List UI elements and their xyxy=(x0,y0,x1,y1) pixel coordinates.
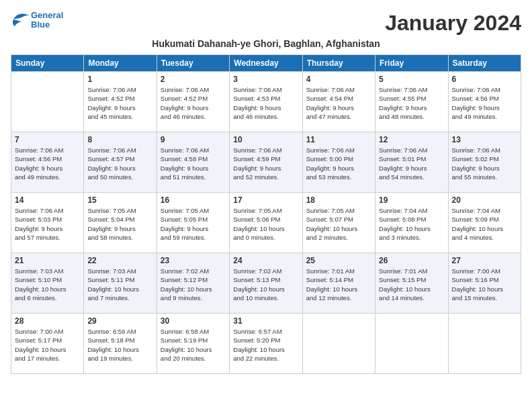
subtitle: Hukumati Dahanah-ye Ghori, Baghlan, Afgh… xyxy=(11,38,521,49)
month-title: January 2024 xyxy=(385,11,521,36)
calendar-cell: 20Sunrise: 7:04 AMSunset: 5:09 PMDayligh… xyxy=(448,193,521,253)
title-block: January 2024 xyxy=(385,11,521,36)
calendar-cell: 24Sunrise: 7:02 AMSunset: 5:13 PMDayligh… xyxy=(230,253,302,314)
day-number: 15 xyxy=(87,195,152,205)
day-info: Sunrise: 7:06 AMSunset: 4:55 PMDaylight:… xyxy=(379,85,444,121)
day-number: 1 xyxy=(87,75,152,84)
day-info: Sunrise: 7:06 AMSunset: 4:57 PMDaylight:… xyxy=(87,146,152,181)
day-info: Sunrise: 7:06 AMSunset: 5:03 PMDaylight:… xyxy=(15,206,80,242)
day-info: Sunrise: 7:05 AMSunset: 5:04 PMDaylight:… xyxy=(87,206,152,242)
calendar-cell: 31Sunrise: 6:57 AMSunset: 5:20 PMDayligh… xyxy=(230,314,302,374)
calendar-cell: 8Sunrise: 7:06 AMSunset: 4:57 PMDaylight… xyxy=(84,132,157,193)
day-number: 3 xyxy=(233,75,298,84)
day-info: Sunrise: 7:04 AMSunset: 5:09 PMDaylight:… xyxy=(452,206,517,242)
calendar-cell: 1Sunrise: 7:06 AMSunset: 4:52 PMDaylight… xyxy=(84,72,157,132)
day-info: Sunrise: 7:06 AMSunset: 5:01 PMDaylight:… xyxy=(379,146,444,181)
logo-text: General Blue xyxy=(31,11,63,30)
day-number: 10 xyxy=(233,135,298,144)
weekday-header: Monday xyxy=(84,55,157,72)
calendar-cell: 13Sunrise: 7:06 AMSunset: 5:02 PMDayligh… xyxy=(448,132,521,193)
calendar-week-row: 7Sunrise: 7:06 AMSunset: 4:56 PMDaylight… xyxy=(11,132,521,193)
weekday-header: Saturday xyxy=(448,55,521,72)
day-number: 8 xyxy=(87,135,152,144)
calendar-cell: 28Sunrise: 7:00 AMSunset: 5:17 PMDayligh… xyxy=(11,314,84,374)
page-header: General Blue January 2024 xyxy=(11,11,521,36)
day-info: Sunrise: 7:06 AMSunset: 4:56 PMDaylight:… xyxy=(452,85,517,121)
calendar-cell: 21Sunrise: 7:03 AMSunset: 5:10 PMDayligh… xyxy=(11,253,84,314)
weekday-header-row: SundayMondayTuesdayWednesdayThursdayFrid… xyxy=(11,55,521,72)
calendar-week-row: 1Sunrise: 7:06 AMSunset: 4:52 PMDaylight… xyxy=(11,72,521,132)
day-number: 5 xyxy=(379,75,444,84)
day-number: 31 xyxy=(233,316,298,326)
calendar-week-row: 14Sunrise: 7:06 AMSunset: 5:03 PMDayligh… xyxy=(11,193,521,253)
weekday-header: Wednesday xyxy=(230,55,302,72)
logo: General Blue xyxy=(11,11,63,30)
day-info: Sunrise: 7:05 AMSunset: 5:06 PMDaylight:… xyxy=(233,206,298,242)
calendar-week-row: 28Sunrise: 7:00 AMSunset: 5:17 PMDayligh… xyxy=(11,314,521,374)
calendar-week-row: 21Sunrise: 7:03 AMSunset: 5:10 PMDayligh… xyxy=(11,253,521,314)
calendar-cell: 5Sunrise: 7:06 AMSunset: 4:55 PMDaylight… xyxy=(375,72,448,132)
day-number: 11 xyxy=(306,135,371,144)
day-number: 9 xyxy=(161,135,226,144)
day-number: 14 xyxy=(15,195,80,205)
calendar-cell: 11Sunrise: 7:06 AMSunset: 5:00 PMDayligh… xyxy=(302,132,375,193)
calendar-cell xyxy=(375,314,448,374)
day-info: Sunrise: 7:00 AMSunset: 5:16 PMDaylight:… xyxy=(452,267,517,302)
day-number: 21 xyxy=(15,256,80,265)
weekday-header: Sunday xyxy=(11,55,84,72)
day-number: 23 xyxy=(161,256,226,265)
day-info: Sunrise: 7:01 AMSunset: 5:15 PMDaylight:… xyxy=(379,267,444,302)
day-number: 19 xyxy=(379,195,444,205)
calendar-cell: 12Sunrise: 7:06 AMSunset: 5:01 PMDayligh… xyxy=(375,132,448,193)
day-number: 27 xyxy=(452,256,517,265)
day-info: Sunrise: 7:06 AMSunset: 4:53 PMDaylight:… xyxy=(233,85,298,121)
day-number: 28 xyxy=(15,316,80,326)
calendar-cell: 30Sunrise: 6:58 AMSunset: 5:19 PMDayligh… xyxy=(157,314,229,374)
weekday-header: Tuesday xyxy=(157,55,229,72)
day-number: 16 xyxy=(161,195,226,205)
day-number: 2 xyxy=(161,75,226,84)
calendar-cell: 3Sunrise: 7:06 AMSunset: 4:53 PMDaylight… xyxy=(230,72,302,132)
day-info: Sunrise: 7:00 AMSunset: 5:17 PMDaylight:… xyxy=(15,327,80,363)
day-info: Sunrise: 7:06 AMSunset: 4:59 PMDaylight:… xyxy=(233,146,298,181)
calendar-cell: 25Sunrise: 7:01 AMSunset: 5:14 PMDayligh… xyxy=(302,253,375,314)
weekday-header: Thursday xyxy=(302,55,375,72)
day-info: Sunrise: 7:06 AMSunset: 4:54 PMDaylight:… xyxy=(306,85,371,121)
day-info: Sunrise: 7:06 AMSunset: 5:02 PMDaylight:… xyxy=(452,146,517,181)
day-number: 12 xyxy=(379,135,444,144)
day-number: 20 xyxy=(452,195,517,205)
day-number: 18 xyxy=(306,195,371,205)
day-info: Sunrise: 7:01 AMSunset: 5:14 PMDaylight:… xyxy=(306,267,371,302)
calendar-cell: 10Sunrise: 7:06 AMSunset: 4:59 PMDayligh… xyxy=(230,132,302,193)
calendar-cell: 9Sunrise: 7:06 AMSunset: 4:58 PMDaylight… xyxy=(157,132,229,193)
day-number: 30 xyxy=(161,316,226,326)
day-info: Sunrise: 7:06 AMSunset: 4:56 PMDaylight:… xyxy=(15,146,80,181)
calendar-cell: 23Sunrise: 7:02 AMSunset: 5:12 PMDayligh… xyxy=(157,253,229,314)
day-number: 26 xyxy=(379,256,444,265)
day-number: 25 xyxy=(306,256,371,265)
day-number: 4 xyxy=(306,75,371,84)
day-number: 6 xyxy=(452,75,517,84)
weekday-header: Friday xyxy=(375,55,448,72)
day-info: Sunrise: 7:03 AMSunset: 5:11 PMDaylight:… xyxy=(87,267,152,302)
day-info: Sunrise: 7:05 AMSunset: 5:05 PMDaylight:… xyxy=(161,206,226,242)
day-info: Sunrise: 6:57 AMSunset: 5:20 PMDaylight:… xyxy=(233,327,298,363)
day-info: Sunrise: 7:04 AMSunset: 5:08 PMDaylight:… xyxy=(379,206,444,242)
day-info: Sunrise: 7:03 AMSunset: 5:10 PMDaylight:… xyxy=(15,267,80,302)
calendar-table: SundayMondayTuesdayWednesdayThursdayFrid… xyxy=(11,54,521,374)
calendar-cell: 15Sunrise: 7:05 AMSunset: 5:04 PMDayligh… xyxy=(84,193,157,253)
day-info: Sunrise: 7:02 AMSunset: 5:13 PMDaylight:… xyxy=(233,267,298,302)
calendar-cell: 4Sunrise: 7:06 AMSunset: 4:54 PMDaylight… xyxy=(302,72,375,132)
calendar-cell: 16Sunrise: 7:05 AMSunset: 5:05 PMDayligh… xyxy=(157,193,229,253)
day-info: Sunrise: 7:05 AMSunset: 5:07 PMDaylight:… xyxy=(306,206,371,242)
day-info: Sunrise: 7:06 AMSunset: 5:00 PMDaylight:… xyxy=(306,146,371,181)
day-info: Sunrise: 6:59 AMSunset: 5:18 PMDaylight:… xyxy=(87,327,152,363)
day-info: Sunrise: 7:06 AMSunset: 4:52 PMDaylight:… xyxy=(161,85,226,121)
day-number: 13 xyxy=(452,135,517,144)
calendar-cell xyxy=(302,314,375,374)
calendar-cell: 18Sunrise: 7:05 AMSunset: 5:07 PMDayligh… xyxy=(302,193,375,253)
day-info: Sunrise: 7:06 AMSunset: 4:52 PMDaylight:… xyxy=(87,85,152,121)
day-number: 17 xyxy=(233,195,298,205)
calendar-cell: 2Sunrise: 7:06 AMSunset: 4:52 PMDaylight… xyxy=(157,72,229,132)
calendar-cell: 19Sunrise: 7:04 AMSunset: 5:08 PMDayligh… xyxy=(375,193,448,253)
